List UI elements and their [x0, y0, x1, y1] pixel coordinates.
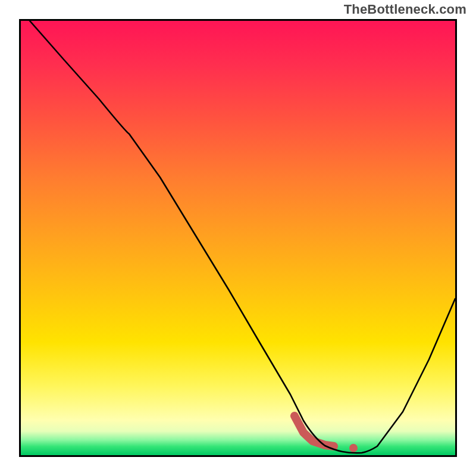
bottleneck-curve: [30, 21, 455, 453]
accent-segment: [295, 416, 334, 446]
curve-layer: [21, 21, 455, 455]
chart-container: TheBottleneck.com: [0, 0, 476, 476]
accent-dot: [349, 444, 358, 452]
plot-frame: [19, 19, 457, 457]
attribution-label: TheBottleneck.com: [344, 2, 466, 17]
